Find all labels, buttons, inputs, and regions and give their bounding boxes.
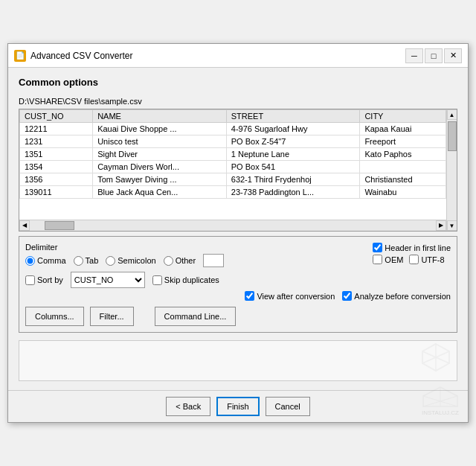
instaluj-label: INSTALUJ.CZ	[422, 409, 459, 416]
section-title: Common options	[19, 77, 457, 88]
cell-3-0: 1354	[20, 161, 93, 173]
vertical-scrollbar[interactable]: ▲ ▼	[446, 109, 457, 231]
table-scroll[interactable]: CUST_NO NAME STREET CITY 12211Kauai Dive…	[19, 109, 446, 220]
cell-5-2: 23-738 Paddington L...	[226, 186, 360, 199]
title-bar-left: 📄 Advanced CSV Converter	[14, 50, 132, 62]
radio-semicolon-input[interactable]	[106, 256, 115, 266]
delimiter-section: Delimiter Comma Tab Semicolon	[25, 243, 224, 267]
other-delimiter-input[interactable]	[203, 254, 224, 267]
table-row: 1354Cayman Divers Worl...PO Box 541	[20, 161, 446, 173]
watermark-logo	[421, 342, 451, 374]
col-header-name: NAME	[93, 110, 227, 123]
sort-by-check[interactable]: Sort by	[25, 275, 63, 285]
finish-button[interactable]: Finish	[216, 397, 259, 416]
footer-bar: < Back Finish Cancel INSTALUJ.CZ	[8, 390, 468, 422]
window-controls: ─ □ ✕	[405, 48, 462, 63]
radio-semicolon[interactable]: Semicolon	[106, 256, 155, 266]
scroll-left-arrow[interactable]: ◀	[19, 220, 30, 231]
radio-comma-input[interactable]	[25, 256, 35, 266]
skip-duplicates-check[interactable]: Skip duplicates	[152, 275, 219, 285]
sort-by-input[interactable]	[25, 275, 35, 285]
table-row: 1356Tom Sawyer Diving ...632-1 Third Fry…	[20, 173, 446, 186]
cell-5-0: 139011	[20, 186, 93, 199]
radio-comma[interactable]: Comma	[25, 256, 66, 266]
table-row: 139011Blue Jack Aqua Cen...23-738 Paddin…	[20, 186, 446, 199]
radio-tab[interactable]: Tab	[74, 256, 99, 266]
radio-tab-input[interactable]	[74, 256, 83, 266]
table-row: 1351Sight Diver1 Neptune LaneKato Paphos	[20, 148, 446, 161]
cell-3-3	[360, 161, 446, 173]
close-button[interactable]: ✕	[444, 48, 462, 63]
col-header-city: CITY	[360, 110, 446, 123]
window-title: Advanced CSV Converter	[30, 51, 132, 61]
app-icon: 📄	[14, 50, 26, 62]
maximize-button[interactable]: □	[425, 48, 443, 63]
instaluj-watermark: INSTALUJ.CZ	[422, 386, 459, 416]
command-line-button[interactable]: Command Line...	[155, 307, 237, 326]
scroll-thumb-v[interactable]	[448, 121, 457, 151]
utf8-check[interactable]: UTF-8	[409, 255, 444, 264]
back-button[interactable]: < Back	[166, 397, 210, 416]
cell-3-1: Cayman Divers Worl...	[93, 161, 227, 173]
table-row: 1231Unisco testPO Box Z-54"7Freeport	[20, 135, 446, 148]
csv-preview: CUST_NO NAME STREET CITY 12211Kauai Dive…	[19, 109, 457, 232]
analyze-before-check[interactable]: Analyze before conversion	[342, 291, 451, 301]
scroll-down-arrow[interactable]: ▼	[447, 220, 457, 231]
cell-2-0: 1351	[20, 148, 93, 161]
header-first-line-check[interactable]: Header in first line	[373, 243, 451, 252]
oem-input[interactable]	[373, 255, 382, 264]
cell-0-1: Kauai Dive Shoppe ...	[93, 123, 227, 135]
header-first-line-input[interactable]	[373, 243, 382, 252]
cell-0-3: Kapaa Kauai	[360, 123, 446, 135]
cell-4-0: 1356	[20, 173, 93, 186]
radio-other-input[interactable]	[164, 256, 173, 266]
scroll-right-arrow[interactable]: ▶	[436, 220, 446, 231]
delimiter-label: Delimiter	[25, 243, 224, 252]
cancel-button[interactable]: Cancel	[266, 397, 310, 416]
title-bar: 📄 Advanced CSV Converter ─ □ ✕	[8, 44, 468, 68]
filter-button[interactable]: Filter...	[90, 307, 134, 326]
cell-5-1: Blue Jack Aqua Cen...	[93, 186, 227, 199]
conversion-options: View after conversion Analyze before con…	[245, 291, 451, 301]
skip-duplicates-input[interactable]	[152, 275, 162, 285]
scroll-thumb-h[interactable]	[45, 221, 74, 230]
scroll-track-h	[30, 220, 436, 231]
cell-1-0: 1231	[20, 135, 93, 148]
analyze-before-input[interactable]	[342, 291, 352, 301]
data-table: CUST_NO NAME STREET CITY 12211Kauai Dive…	[19, 109, 446, 199]
cell-1-3: Freeport	[360, 135, 446, 148]
cell-4-1: Tom Sawyer Diving ...	[93, 173, 227, 186]
cell-3-2: PO Box 541	[226, 161, 360, 173]
cell-4-2: 632-1 Third Frydenhoj	[226, 173, 360, 186]
cell-0-0: 12211	[20, 123, 93, 135]
action-buttons: Columns... Filter... Command Line...	[25, 307, 451, 326]
col-header-street: STREET	[226, 110, 360, 123]
minimize-button[interactable]: ─	[405, 48, 423, 63]
cell-4-3: Christiansted	[360, 173, 446, 186]
empty-preview-area	[19, 340, 457, 381]
oem-utf-row: OEM UTF-8	[373, 255, 451, 264]
cell-2-2: 1 Neptune Lane	[226, 148, 360, 161]
cell-0-2: 4-976 Sugarloaf Hwy	[226, 123, 360, 135]
cell-1-2: PO Box Z-54"7	[226, 135, 360, 148]
view-after-check[interactable]: View after conversion	[245, 291, 335, 301]
view-after-input[interactable]	[245, 291, 254, 301]
cell-5-3: Wainabu	[360, 186, 446, 199]
radio-other[interactable]: Other	[164, 256, 196, 266]
col-header-custno: CUST_NO	[20, 110, 93, 123]
sort-row: Sort by CUST_NO NAME STREET CITY Skip du…	[25, 272, 451, 288]
main-window: 📄 Advanced CSV Converter ─ □ ✕ Common op…	[7, 43, 469, 423]
view-analyze-row: View after conversion Analyze before con…	[25, 291, 451, 301]
horizontal-scrollbar[interactable]: ◀ ▶	[19, 220, 446, 230]
utf8-input[interactable]	[409, 255, 419, 264]
scroll-up-arrow[interactable]: ▲	[447, 109, 457, 120]
table-row: 12211Kauai Dive Shoppe ...4-976 Sugarloa…	[20, 123, 446, 135]
columns-button[interactable]: Columns...	[25, 307, 84, 326]
oem-check[interactable]: OEM	[373, 255, 403, 264]
sort-column-select[interactable]: CUST_NO NAME STREET CITY	[71, 272, 145, 288]
delimiter-radio-group: Comma Tab Semicolon Other	[25, 254, 224, 267]
file-path: D:\VSHARE\CSV files\sample.csv	[19, 97, 457, 106]
cell-1-1: Unisco test	[93, 135, 227, 148]
cell-2-1: Sight Diver	[93, 148, 227, 161]
content-area: Common options D:\VSHARE\CSV files\sampl…	[8, 68, 468, 390]
